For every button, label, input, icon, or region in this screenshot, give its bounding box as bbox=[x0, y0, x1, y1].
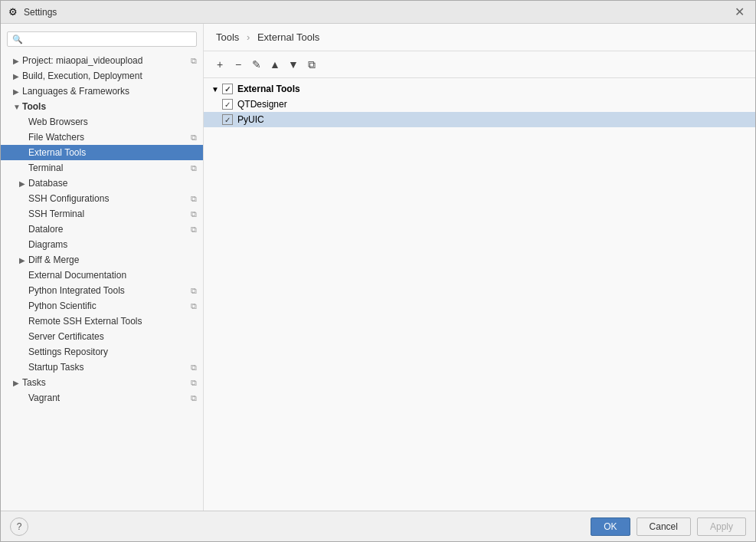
tree-item-label: QTDesigner bbox=[237, 99, 287, 110]
copy-icon: ⧉ bbox=[191, 393, 197, 403]
help-button[interactable]: ? bbox=[10, 517, 28, 536]
sidebar-item-label: Build, Execution, Deployment bbox=[22, 71, 142, 81]
tree-item-label: External Tools bbox=[237, 84, 300, 94]
sidebar: 🔍 ▶ Project: miaopai_videoupload ⧉ ▶ Bui… bbox=[1, 24, 204, 511]
sidebar-item-label: External Tools bbox=[28, 147, 86, 158]
sidebar-item-python-integrated[interactable]: Python Integrated Tools ⧉ bbox=[1, 283, 203, 298]
chevron-right-icon: ▶ bbox=[19, 256, 28, 264]
chevron-down-icon: ▼ bbox=[211, 85, 219, 94]
chevron-down-icon: ▼ bbox=[13, 103, 22, 111]
copy-icon: ⧉ bbox=[191, 363, 197, 373]
copy-icon: ⧉ bbox=[191, 209, 197, 219]
sidebar-item-web-browsers[interactable]: Web Browsers bbox=[1, 114, 203, 130]
chevron-right-icon: ▶ bbox=[13, 379, 22, 387]
copy-icon: ⧉ bbox=[191, 286, 197, 296]
sidebar-item-label: Settings Repository bbox=[28, 347, 108, 357]
copy-icon: ⧉ bbox=[191, 163, 197, 173]
sidebar-item-label: File Watchers bbox=[28, 132, 84, 143]
settings-window: ⚙ Settings ✕ 🔍 ▶ Project: miaopai_videou… bbox=[0, 0, 756, 542]
sidebar-item-label: Terminal bbox=[28, 163, 63, 173]
sidebar-item-external-doc[interactable]: External Documentation bbox=[1, 268, 203, 283]
sidebar-item-build[interactable]: ▶ Build, Execution, Deployment bbox=[1, 68, 203, 84]
sidebar-item-label: Server Certificates bbox=[28, 331, 104, 342]
sidebar-item-terminal[interactable]: Terminal ⧉ bbox=[1, 160, 203, 176]
main-content: 🔍 ▶ Project: miaopai_videoupload ⧉ ▶ Bui… bbox=[1, 24, 755, 511]
right-panel: Tools › External Tools + − ✎ ▲ ▼ ⧉ ▼ ✓ E… bbox=[204, 24, 755, 511]
search-box[interactable]: 🔍 bbox=[7, 31, 197, 47]
window-title: Settings bbox=[24, 7, 730, 18]
chevron-right-icon: ▶ bbox=[13, 57, 22, 65]
copy-icon: ⧉ bbox=[191, 133, 197, 143]
sidebar-item-label: Python Scientific bbox=[28, 301, 97, 311]
tree-item-label: PyUIC bbox=[237, 114, 264, 125]
sidebar-item-label: SSH Terminal bbox=[28, 209, 84, 219]
titlebar: ⚙ Settings ✕ bbox=[1, 1, 755, 24]
chevron-right-icon: ▶ bbox=[19, 179, 28, 188]
sidebar-item-label: Datalore bbox=[28, 224, 63, 235]
sidebar-item-startup-tasks[interactable]: Startup Tasks ⧉ bbox=[1, 360, 203, 375]
checkbox-qtdesigner[interactable]: ✓ bbox=[222, 99, 233, 110]
edit-button[interactable]: ✎ bbox=[248, 56, 265, 73]
sidebar-item-vagrant[interactable]: Vagrant ⧉ bbox=[1, 390, 203, 406]
move-up-button[interactable]: ▲ bbox=[267, 56, 283, 73]
sidebar-item-python-scientific[interactable]: Python Scientific ⧉ bbox=[1, 298, 203, 314]
sidebar-item-diagrams[interactable]: Diagrams bbox=[1, 237, 203, 252]
breadcrumb-current: External Tools bbox=[257, 31, 319, 43]
sidebar-item-diff-merge[interactable]: ▶ Diff & Merge bbox=[1, 252, 203, 268]
chevron-right-icon: ▶ bbox=[13, 87, 22, 96]
cancel-button[interactable]: Cancel bbox=[637, 517, 691, 536]
close-button[interactable]: ✕ bbox=[730, 3, 749, 21]
move-down-button[interactable]: ▼ bbox=[285, 56, 302, 73]
checkbox-external-tools[interactable]: ✓ bbox=[222, 84, 233, 94]
sidebar-item-database[interactable]: ▶ Database bbox=[1, 176, 203, 191]
search-icon: 🔍 bbox=[12, 34, 23, 44]
sidebar-item-label: Tools bbox=[22, 101, 46, 112]
sidebar-item-file-watchers[interactable]: File Watchers ⧉ bbox=[1, 130, 203, 145]
sidebar-item-ssh-configurations[interactable]: SSH Configurations ⧉ bbox=[1, 191, 203, 206]
remove-button[interactable]: − bbox=[230, 56, 247, 73]
breadcrumb-parent: Tools bbox=[216, 31, 239, 43]
sidebar-item-label: Web Browsers bbox=[28, 117, 88, 127]
ok-button[interactable]: OK bbox=[591, 517, 630, 536]
tree-item-qtdesigner[interactable]: ✓ QTDesigner bbox=[204, 97, 755, 112]
tools-toolbar: + − ✎ ▲ ▼ ⧉ bbox=[204, 51, 755, 78]
checkbox-pyuic[interactable]: ✓ bbox=[222, 114, 233, 125]
sidebar-item-label: Python Integrated Tools bbox=[28, 285, 125, 296]
sidebar-item-tools[interactable]: ▼ Tools bbox=[1, 99, 203, 114]
tools-tree: ▼ ✓ External Tools ✓ QTDesigner ✓ PyUIC bbox=[204, 78, 755, 511]
sidebar-item-label: Startup Tasks bbox=[28, 362, 83, 373]
sidebar-item-label: Project: miaopai_videoupload bbox=[22, 55, 142, 66]
sidebar-item-datalore[interactable]: Datalore ⧉ bbox=[1, 222, 203, 237]
sidebar-item-label: Tasks bbox=[22, 377, 46, 388]
add-button[interactable]: + bbox=[211, 56, 228, 73]
sidebar-item-remote-ssh[interactable]: Remote SSH External Tools bbox=[1, 314, 203, 329]
copy-icon: ⧉ bbox=[191, 225, 197, 235]
bottom-bar: ? OK Cancel Apply bbox=[1, 511, 755, 541]
sidebar-item-label: Diff & Merge bbox=[28, 255, 79, 265]
sidebar-item-tasks[interactable]: ▶ Tasks ⧉ bbox=[1, 375, 203, 390]
sidebar-item-label: Vagrant bbox=[28, 393, 60, 403]
sidebar-item-label: External Documentation bbox=[28, 270, 126, 281]
sidebar-item-project[interactable]: ▶ Project: miaopai_videoupload ⧉ bbox=[1, 53, 203, 68]
breadcrumb: Tools › External Tools bbox=[204, 24, 755, 51]
apply-button[interactable]: Apply bbox=[697, 517, 746, 536]
sidebar-item-label: SSH Configurations bbox=[28, 193, 109, 204]
sidebar-item-label: Languages & Frameworks bbox=[22, 86, 129, 97]
search-input[interactable] bbox=[26, 34, 191, 44]
tree-item-external-tools-group[interactable]: ▼ ✓ External Tools bbox=[204, 81, 755, 97]
sidebar-item-settings-repo[interactable]: Settings Repository bbox=[1, 344, 203, 360]
app-icon: ⚙ bbox=[7, 6, 19, 18]
copy-button[interactable]: ⧉ bbox=[303, 56, 320, 73]
sidebar-item-ssh-terminal[interactable]: SSH Terminal ⧉ bbox=[1, 206, 203, 222]
sidebar-item-server-certs[interactable]: Server Certificates bbox=[1, 329, 203, 344]
copy-icon: ⧉ bbox=[191, 56, 197, 66]
tree-item-pyuic[interactable]: ✓ PyUIC bbox=[204, 112, 755, 127]
sidebar-item-external-tools[interactable]: External Tools bbox=[1, 145, 203, 160]
chevron-right-icon: ▶ bbox=[13, 72, 22, 80]
breadcrumb-separator: › bbox=[247, 31, 250, 43]
sidebar-item-label: Remote SSH External Tools bbox=[28, 316, 142, 327]
copy-icon: ⧉ bbox=[191, 378, 197, 388]
sidebar-item-languages[interactable]: ▶ Languages & Frameworks bbox=[1, 84, 203, 99]
copy-icon: ⧉ bbox=[191, 301, 197, 311]
sidebar-item-label: Diagrams bbox=[28, 239, 67, 250]
